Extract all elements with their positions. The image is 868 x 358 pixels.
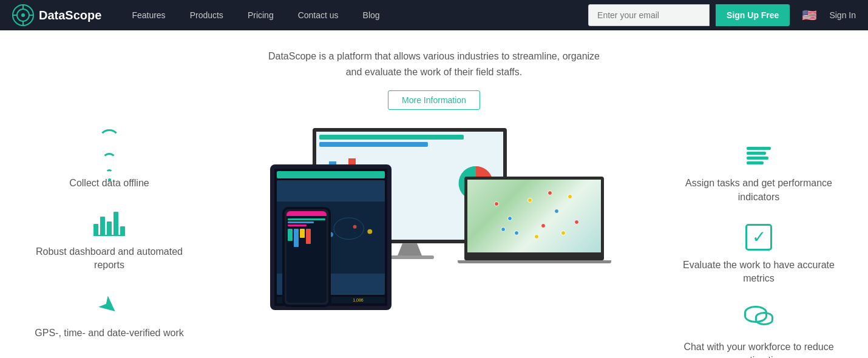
- navigation-icon: ➤: [24, 290, 194, 320]
- svg-point-14: [353, 225, 357, 229]
- desktop-base: [385, 255, 434, 259]
- logo[interactable]: DataScope: [12, 4, 101, 26]
- nav-links: Features Products Pricing Contact us Blo…: [120, 0, 588, 30]
- features-section: Collect data offline Robust dashboard an…: [0, 116, 868, 358]
- wifi-icon: [24, 140, 194, 171]
- checkmark-icon: ✓: [674, 222, 844, 252]
- svg-point-15: [367, 229, 372, 234]
- feature-offline: Collect data offline: [24, 140, 194, 190]
- feature-dashboard-label: Robust dashboard and automated reports: [24, 245, 194, 272]
- device-laptop: [464, 177, 604, 283]
- nav-pricing[interactable]: Pricing: [236, 0, 286, 30]
- flag-icon[interactable]: 🇺🇸: [802, 8, 817, 22]
- laptop-screen: [464, 177, 604, 255]
- nav-contact[interactable]: Contact us: [286, 0, 351, 30]
- laptop-bottom: [458, 260, 611, 263]
- laptop-base: [464, 255, 604, 260]
- chart-icon: [24, 209, 194, 239]
- devices-image: $85,072 1,086: [264, 128, 604, 310]
- map-display: [467, 180, 601, 252]
- hero-description: DataScope is a platform that allows vari…: [264, 49, 604, 79]
- feature-tasks-label: Assign tasks and get performance indicat…: [674, 177, 844, 204]
- chat-icon: [674, 304, 844, 334]
- features-left: Collect data offline Robust dashboard an…: [24, 128, 194, 340]
- phone-screen: [287, 211, 327, 303]
- nav-features[interactable]: Features: [120, 0, 177, 30]
- feature-tasks: Assign tasks and get performance indicat…: [674, 140, 844, 204]
- feature-offline-label: Collect data offline: [24, 177, 194, 190]
- logo-text: DataScope: [39, 8, 101, 22]
- desktop-stand: [398, 243, 422, 255]
- more-info-button[interactable]: More Information: [388, 90, 480, 110]
- feature-dashboard: Robust dashboard and automated reports: [24, 209, 194, 272]
- feature-metrics-label: Evaluate the work to have accurate metri…: [674, 258, 844, 286]
- feature-metrics: ✓ Evaluate the work to have accurate met…: [674, 222, 844, 286]
- nav-right: Sign Up Free 🇺🇸 Sign In: [588, 4, 856, 26]
- svg-point-2: [21, 13, 25, 17]
- feature-chat-label: Chat with your workforce to reduce react…: [674, 340, 844, 358]
- feature-gps-label: GPS-, time- and date-verified work: [24, 326, 194, 340]
- phone-body: [282, 207, 331, 307]
- feature-gps: ➤ GPS-, time- and date-verified work: [24, 290, 194, 340]
- nav-products[interactable]: Products: [178, 0, 236, 30]
- email-input[interactable]: [588, 4, 710, 26]
- nav-blog[interactable]: Blog: [351, 0, 392, 30]
- task-list-icon: [674, 140, 844, 171]
- signin-link[interactable]: Sign In: [829, 10, 856, 20]
- devices-center: $85,072 1,086: [194, 128, 674, 310]
- navbar: DataScope Features Products Pricing Cont…: [0, 0, 868, 30]
- features-right: Assign tasks and get performance indicat…: [674, 128, 844, 358]
- feature-chat: Chat with your workforce to reduce react…: [674, 304, 844, 358]
- signup-button[interactable]: Sign Up Free: [716, 4, 790, 26]
- device-phone: [282, 207, 331, 307]
- hero-section: DataScope is a platform that allows vari…: [0, 30, 868, 116]
